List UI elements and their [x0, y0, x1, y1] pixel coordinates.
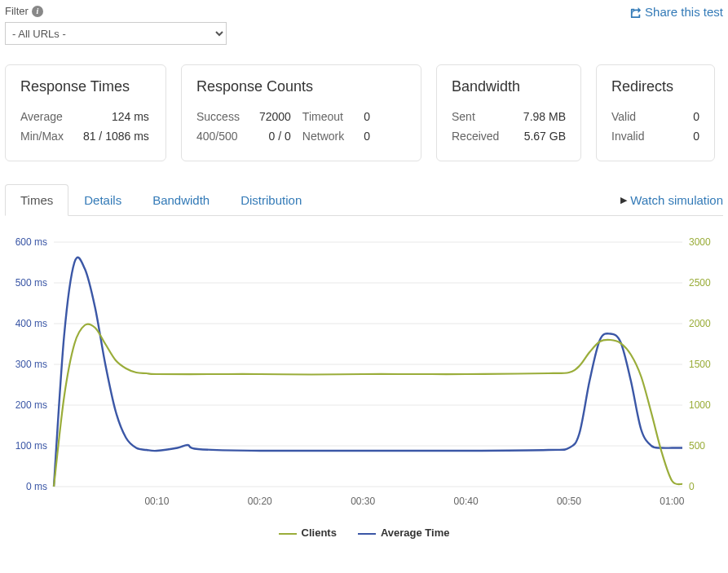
svg-text:300 ms: 300 ms [15, 359, 47, 370]
card-response-counts: Response Counts Success 72000 Timeout 0 … [181, 64, 421, 161]
svg-text:00:40: 00:40 [454, 496, 479, 507]
card-title: Response Times [20, 78, 151, 95]
svg-text:500 ms: 500 ms [15, 277, 47, 289]
stat-row: 400/500 0 / 0 Network 0 [196, 126, 370, 146]
stat-row: Received 5.67 GB [452, 126, 566, 146]
svg-text:1500: 1500 [689, 359, 711, 370]
svg-text:400 ms: 400 ms [15, 318, 47, 329]
stat-row: Valid 0 [611, 107, 699, 126]
share-icon [630, 7, 642, 18]
stat-row: Min/Max 81 / 1086 ms [20, 126, 161, 146]
card-title: Bandwidth [452, 78, 566, 95]
svg-text:01:00: 01:00 [660, 496, 684, 507]
chart-tabs: Times Details Bandwidth Distribution [5, 184, 317, 215]
filter-label-text: Filter [5, 5, 29, 17]
svg-text:0: 0 [689, 481, 695, 492]
url-filter-select[interactable]: - All URLs - [5, 22, 227, 45]
chart-area: 0 ms100 ms200 ms300 ms400 ms500 ms600 ms… [5, 234, 723, 539]
info-icon[interactable]: i [32, 6, 43, 17]
svg-text:2000: 2000 [689, 318, 711, 329]
legend-item-avg-time: Average Time [358, 527, 450, 539]
card-title: Response Counts [196, 78, 406, 95]
card-bandwidth: Bandwidth Sent 7.98 MB Received 5.67 GB [436, 64, 581, 161]
svg-text:2500: 2500 [689, 277, 711, 289]
card-title: Redirects [611, 78, 699, 95]
tab-details[interactable]: Details [68, 184, 137, 216]
stat-row: Sent 7.98 MB [452, 107, 566, 126]
stat-row: Success 72000 Timeout 0 [196, 107, 370, 126]
svg-text:00:30: 00:30 [351, 496, 375, 507]
svg-text:3000: 3000 [689, 236, 711, 248]
svg-text:00:20: 00:20 [248, 496, 272, 507]
svg-text:500: 500 [689, 440, 705, 452]
tab-times[interactable]: Times [5, 184, 68, 216]
svg-text:100 ms: 100 ms [15, 440, 47, 452]
svg-text:200 ms: 200 ms [15, 399, 47, 411]
stat-row: Invalid 0 [611, 126, 699, 146]
play-icon: ▶ [620, 195, 627, 205]
legend-item-clients: Clients [279, 527, 337, 539]
card-response-times: Response Times Average 124 ms Min/Max 81… [5, 64, 166, 161]
share-test-label: Share this test [645, 5, 723, 19]
share-test-link[interactable]: Share this test [630, 5, 723, 19]
card-redirects: Redirects Valid 0 Invalid 0 [596, 64, 715, 161]
svg-text:1000: 1000 [689, 399, 711, 411]
svg-text:00:50: 00:50 [557, 496, 581, 507]
svg-text:0 ms: 0 ms [26, 481, 47, 492]
watch-simulation-label: Watch simulation [630, 193, 723, 207]
timeseries-chart[interactable]: 0 ms100 ms200 ms300 ms400 ms500 ms600 ms… [5, 234, 723, 511]
filter-block: Filter i - All URLs - [5, 5, 227, 45]
summary-cards: Response Times Average 124 ms Min/Max 81… [5, 64, 723, 161]
chart-legend: Clients Average Time [5, 527, 723, 539]
svg-text:00:10: 00:10 [144, 496, 169, 507]
watch-simulation-link[interactable]: ▶ Watch simulation [620, 193, 723, 215]
filter-label: Filter i [5, 5, 227, 17]
svg-text:600 ms: 600 ms [15, 236, 47, 248]
tab-distribution[interactable]: Distribution [225, 184, 317, 216]
stat-row: Average 124 ms [20, 107, 161, 126]
tab-bandwidth[interactable]: Bandwidth [137, 184, 225, 216]
